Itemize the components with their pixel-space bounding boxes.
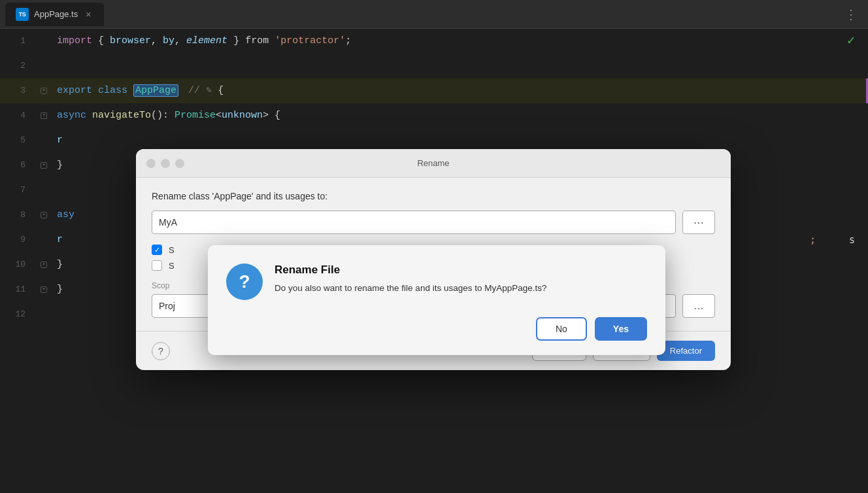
line-number-2: 2 [0, 60, 36, 73]
line-gutter-4: ▾ [36, 112, 52, 119]
rename-description: Rename class 'AppPage' and its usages to… [152, 191, 715, 201]
line9-right-text: s [849, 232, 855, 248]
line-number-4: 4 [0, 109, 36, 123]
tab-label: AppPage.ts [34, 9, 78, 19]
fold-triangle-10[interactable]: ▾ [41, 262, 47, 268]
rename-help-button[interactable]: ? [152, 342, 170, 360]
rename-dialog-title: Rename [417, 158, 449, 168]
scope-expand-button[interactable]: … [682, 294, 715, 318]
rename-file-text-block: Rename File Do you also want to rename t… [275, 264, 647, 295]
line-number-12: 12 [0, 308, 36, 322]
fold-triangle-4[interactable]: ▾ [41, 112, 47, 119]
traffic-light-maximize[interactable] [175, 159, 184, 168]
typescript-icon: TS [16, 8, 29, 21]
tab-bar: TS AppPage.ts × ⋮ [0, 0, 868, 29]
tab-close-button[interactable]: × [83, 8, 93, 21]
rename-input-row: ⋯ [152, 211, 715, 234]
line-gutter-6: ▾ [36, 162, 52, 169]
rename-file-yes-button[interactable]: Yes [595, 317, 647, 341]
rename-file-buttons: No Yes [226, 317, 647, 341]
line-number-8: 8 [0, 209, 36, 222]
fold-triangle-6[interactable]: ▾ [41, 162, 47, 169]
line-content-1: import { browser, by, element } from 'pr… [52, 33, 868, 49]
checkbox-1-check: ✓ [154, 246, 160, 254]
fold-triangle-3[interactable]: ▾ [41, 88, 47, 94]
line-gutter-10: ▾ [36, 262, 52, 268]
line-number-5: 5 [0, 134, 36, 148]
more-options-button[interactable]: ⋮ [839, 4, 863, 25]
traffic-light-minimize[interactable] [161, 159, 170, 168]
code-line-4: 4 ▾ async navigateTo(): Promise<unknown>… [0, 103, 868, 128]
question-mark: ? [239, 271, 250, 292]
line9-far-right: ; [810, 232, 816, 248]
rename-file-header: ? Rename File Do you also want to rename… [226, 264, 647, 300]
tab-apppage[interactable]: TS AppPage.ts × [5, 3, 104, 26]
line-gutter-8: ▾ [36, 212, 52, 218]
line-number-3: 3 [0, 84, 36, 98]
code-line-3: 3 ▾ export class AppPage // ✎ { [0, 78, 868, 103]
line-number-6: 6 [0, 159, 36, 173]
checkbox-2-label: S [169, 261, 175, 271]
line-content-3: export class AppPage // ✎ { [52, 83, 868, 99]
checkmark-icon: ✓ [847, 31, 855, 52]
question-icon: ? [226, 264, 263, 300]
checkbox-1-label: S [169, 245, 175, 255]
line-number-11: 11 [0, 283, 36, 297]
fold-triangle-8[interactable]: ▾ [41, 212, 47, 218]
rename-refactor-button[interactable]: Refactor [657, 341, 715, 361]
traffic-lights [146, 159, 184, 168]
checkbox-1[interactable]: ✓ [152, 245, 162, 255]
code-line-2: 2 [0, 54, 868, 78]
traffic-light-close[interactable] [146, 159, 156, 168]
line-number-10: 10 [0, 258, 36, 272]
rename-file-dialog: ? Rename File Do you also want to rename… [208, 245, 665, 355]
line-number-1: 1 [0, 35, 36, 48]
rename-file-description: Do you also want to rename the file and … [275, 282, 647, 295]
line-gutter-3: ▾ [36, 88, 52, 94]
rename-dialog-titlebar: Rename [136, 149, 731, 178]
code-line-1: 1 import { browser, by, element } from '… [0, 29, 868, 54]
rename-input-field[interactable] [152, 211, 676, 234]
line-number-7: 7 [0, 184, 36, 197]
rename-input-expand-button[interactable]: ⋯ [682, 211, 715, 234]
editor: TS AppPage.ts × ⋮ 1 import { browser, by… [0, 0, 868, 493]
line-content-5: r [52, 133, 868, 148]
checkbox-2[interactable] [152, 260, 162, 271]
line-gutter-11: ▾ [36, 286, 52, 293]
rename-file-title: Rename File [275, 264, 647, 277]
line-content-4: async navigateTo(): Promise<unknown> { [52, 108, 868, 124]
rename-file-no-button[interactable]: No [536, 317, 587, 341]
line-number-9: 9 [0, 233, 36, 247]
fold-triangle-11[interactable]: ▾ [41, 286, 47, 293]
tab-bar-left: TS AppPage.ts × [5, 3, 104, 26]
